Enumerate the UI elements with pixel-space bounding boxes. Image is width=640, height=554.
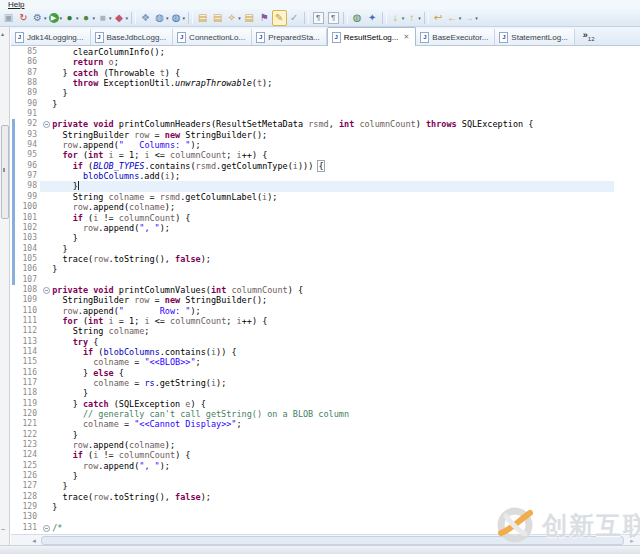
code-line[interactable]: } (40, 481, 614, 491)
line-number-ruler[interactable]: 8586878889909192939495969798991001011021… (14, 47, 37, 533)
dropdown-caret-icon[interactable]: ▾ (93, 11, 96, 25)
code-line[interactable]: row.append(" Row: "); (40, 306, 614, 316)
print-margin-icon[interactable]: ¶ (326, 10, 341, 26)
code-line[interactable]: } catch (Throwable t) { (40, 68, 614, 78)
stop-icon[interactable]: ■▾ (96, 10, 113, 26)
world-icon[interactable]: ◍ (350, 10, 365, 26)
dropdown-caret-icon[interactable]: ▾ (418, 11, 421, 25)
code-line[interactable]: // generally can't call getString() on a… (40, 409, 614, 419)
code-line[interactable]: if (BLOB_TYPES.contains(rsmd.getColumnTy… (40, 161, 614, 171)
code-line[interactable]: private void printColumnValues(int colum… (40, 285, 614, 295)
code-line[interactable] (40, 109, 614, 119)
editor-tab[interactable]: JJdk14Logging... (11, 29, 91, 45)
new-wizard-icon[interactable]: ▣ (1, 10, 16, 26)
profile-icon[interactable]: ●▾ (80, 10, 97, 26)
tab-close-icon[interactable]: ✕ (403, 33, 409, 41)
code-line[interactable] (40, 275, 614, 285)
code-line[interactable]: } (40, 388, 614, 398)
code-line[interactable]: } (40, 233, 614, 243)
code-line[interactable]: return o; (40, 57, 614, 67)
run-last-tool-icon[interactable]: ↻ (16, 10, 31, 26)
back-icon[interactable]: ←▾ (446, 10, 463, 26)
code-line[interactable]: String colname; (40, 326, 614, 336)
code-line[interactable]: trace(row.toString(), false); (40, 492, 614, 502)
code-line[interactable]: for (int i = 1; i <= columnCount; i++) { (40, 150, 614, 160)
code-line[interactable]: String colname = rsmd.getColumnLabel(i); (40, 192, 614, 202)
editor-tab[interactable]: JBaseExecutor... (416, 29, 495, 45)
open-type-icon[interactable]: ▤ (195, 10, 210, 26)
code-line[interactable]: blobColumns.add(i); (40, 171, 614, 181)
dropdown-caret-icon[interactable]: ▾ (76, 11, 79, 25)
open-resource-icon[interactable]: ▤ (242, 10, 257, 26)
code-line[interactable]: StringBuilder row = new StringBuilder(); (40, 295, 614, 305)
scroll-left-button[interactable]: ◂ (29, 536, 39, 545)
prev-annotation-icon[interactable]: ↑▾ (405, 10, 422, 26)
dropdown-caret-icon[interactable]: ▾ (60, 11, 63, 25)
open-browser-icon[interactable]: ◍▾ (153, 10, 170, 26)
code-line[interactable]: row.append(colname); (40, 202, 614, 212)
type-hierarchy-icon[interactable]: ✦ (365, 10, 380, 26)
code-line[interactable]: row.append(" Columns: "); (40, 140, 614, 150)
strip-handle[interactable] (1, 125, 9, 219)
code-area[interactable]: clearColumnInfo(); return o; } catch (Th… (40, 47, 614, 533)
code-line[interactable]: StringBuilder row = new StringBuilder(); (40, 130, 614, 140)
package-explorer-icon[interactable]: ▤ (210, 10, 225, 26)
key-icon[interactable]: ⚑ (257, 10, 272, 26)
code-line[interactable]: clearColumnInfo(); (40, 47, 614, 57)
code-line[interactable]: } (40, 264, 614, 274)
search-icon[interactable]: ✧▾ (225, 10, 242, 26)
dropdown-caret-icon[interactable]: ▾ (109, 11, 112, 25)
code-line[interactable]: row.append(colname); (40, 440, 614, 450)
dropdown-caret-icon[interactable]: ▾ (459, 11, 462, 25)
editor-tab[interactable]: JConnectionLo... (173, 29, 252, 45)
dropdown-caret-icon[interactable]: ▾ (402, 11, 405, 25)
next-annotation-icon[interactable]: ↓▾ (389, 10, 406, 26)
code-line[interactable]: } else { (40, 368, 614, 378)
code-line[interactable]: trace(row.toString(), false); (40, 254, 614, 264)
show-whitespace-icon[interactable]: ¶ (311, 10, 326, 26)
code-line[interactable]: } (40, 88, 614, 98)
dropdown-caret-icon[interactable]: ▾ (238, 11, 241, 25)
code-line[interactable]: if (blobColumns.contains(i)) { (40, 347, 614, 357)
debug-icon[interactable]: ⚙▾ (31, 10, 48, 26)
more-tabs-indicator[interactable]: »12 (583, 30, 595, 42)
dropdown-caret-icon[interactable]: ▾ (183, 11, 186, 25)
dropdown-caret-icon[interactable]: ▾ (44, 11, 47, 25)
code-line[interactable]: row.append(", "); (40, 223, 614, 233)
menu-help[interactable]: Help (8, 0, 24, 9)
code-line[interactable]: } (40, 181, 614, 191)
forward-icon[interactable]: →▾ (462, 10, 479, 26)
editor-tab[interactable]: JPreparedSta... (252, 29, 327, 45)
code-line[interactable]: try { (40, 337, 614, 347)
code-line[interactable]: colname = "<<BLOB>>"; (40, 357, 614, 367)
code-line[interactable]: } (40, 430, 614, 440)
new-java-element-icon[interactable]: ❖ (138, 10, 153, 26)
code-line[interactable]: for (int i = 1; i <= columnCount; i++) { (40, 316, 614, 326)
code-editor[interactable]: 8586878889909192939495969798991001011021… (11, 46, 640, 534)
code-line[interactable]: } catch (SQLException e) { (40, 399, 614, 409)
editor-tab[interactable]: JStatementLog... (495, 29, 574, 45)
breakpoint-icon[interactable]: ◆▾ (113, 10, 130, 26)
code-line[interactable]: } (40, 244, 614, 254)
mark-occurrences-icon[interactable]: ✎ (272, 10, 287, 26)
web-service-icon[interactable]: ◍▾ (170, 10, 187, 26)
code-line[interactable]: if (i != columnCount) { (40, 213, 614, 223)
code-line[interactable]: throw ExceptionUtil.unwrapThrowable(t); (40, 78, 614, 88)
editor-tab[interactable]: JResultSetLog...✕ (327, 27, 417, 46)
dropdown-caret-icon[interactable]: ▾ (475, 11, 478, 25)
last-edit-location-icon[interactable]: ↩ (431, 10, 446, 26)
code-line[interactable]: } (40, 471, 614, 481)
code-line[interactable]: if (i != columnCount) { (40, 450, 614, 460)
code-line[interactable]: colname = "<<Cannot Display>>"; (40, 419, 614, 429)
coverage-icon[interactable]: ●▾ (63, 10, 80, 26)
code-line[interactable]: } (40, 99, 614, 109)
dropdown-caret-icon[interactable]: ▾ (166, 11, 169, 25)
code-line[interactable]: private void printColumnHeaders(ResultSe… (40, 119, 614, 129)
code-line[interactable]: colname = rs.getString(i); (40, 378, 614, 388)
dropdown-caret-icon[interactable]: ▾ (126, 11, 129, 25)
minimized-view-strip[interactable]: ▴ − (0, 27, 10, 545)
run-icon[interactable]: ▶▾ (48, 10, 64, 26)
check-icon[interactable]: ✓ (287, 10, 302, 26)
code-line[interactable]: row.append(", "); (40, 461, 614, 471)
editor-tab[interactable]: JBaseJdbcLogg... (91, 29, 174, 45)
